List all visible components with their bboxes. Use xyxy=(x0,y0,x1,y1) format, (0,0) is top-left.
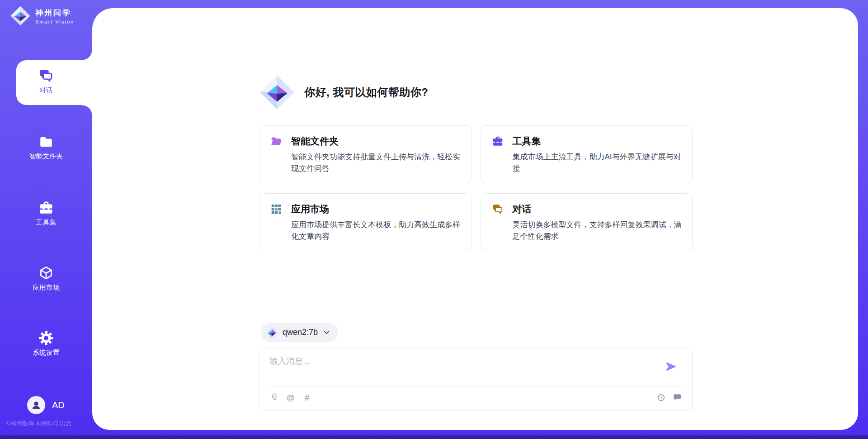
brand-name: 神州问学 xyxy=(35,8,74,18)
card-description: 应用市场提供丰富长文本模板，助力高效生成多样化文章内容 xyxy=(291,219,462,243)
card-app-market[interactable]: 应用市场 应用市场提供丰富长文本模板，助力高效生成多样化文章内容 xyxy=(259,193,472,251)
grid-icon xyxy=(270,203,282,215)
model-diamond-icon xyxy=(266,327,278,339)
briefcase-icon xyxy=(492,135,504,147)
user-account[interactable]: AD xyxy=(27,396,65,414)
folder-icon xyxy=(38,134,54,149)
card-description: 智能文件夹功能支持批量文件上传与清洗，轻松实现文件问答 xyxy=(291,151,462,175)
card-description: 集成市场上主流工具，助力AI与外界无缝扩展与对接 xyxy=(513,151,684,175)
bottom-strip xyxy=(0,435,868,439)
gear-icon xyxy=(38,330,54,346)
feature-cards: 智能文件夹 智能文件夹功能支持批量文件上传与清洗，轻松实现文件问答 工具集 集成… xyxy=(259,125,693,251)
card-title: 工具集 xyxy=(513,135,541,148)
sidebar-item-app-market[interactable]: 应用市场 xyxy=(0,265,92,292)
message-input[interactable] xyxy=(269,355,640,382)
card-title: 智能文件夹 xyxy=(291,135,339,148)
cube-icon xyxy=(38,265,54,281)
briefcase-icon xyxy=(38,200,54,215)
composer-toolbar: @ # xyxy=(269,392,682,402)
send-icon[interactable] xyxy=(665,361,677,372)
card-description: 灵活切换多模型文件，支持多样回复效果调试，满足个性化需求 xyxy=(513,219,684,243)
sidebar-item-toolset[interactable]: 工具集 xyxy=(0,200,92,227)
chat-bubbles-icon xyxy=(38,68,54,83)
avatar xyxy=(27,396,45,414)
card-toolset[interactable]: 工具集 集成市场上主流工具，助力AI与外界无缝扩展与对接 xyxy=(481,125,693,183)
hashtag-icon[interactable]: # xyxy=(302,392,312,402)
card-title: 应用市场 xyxy=(291,203,329,215)
sidebar-item-label: 智能文件夹 xyxy=(29,152,63,161)
chat-bubbles-icon xyxy=(492,203,504,215)
card-title: 对话 xyxy=(513,203,532,215)
brand-tagline: Smart Vision xyxy=(35,19,74,24)
sidebar-item-chat[interactable]: 对话 xyxy=(0,68,92,95)
brand-diamond-icon xyxy=(10,5,31,26)
copyright-footer: ©神州数码·神州问学出品 xyxy=(6,420,71,428)
history-icon[interactable] xyxy=(656,392,666,402)
card-smart-folder[interactable]: 智能文件夹 智能文件夹功能支持批量文件上传与清洗，轻松实现文件问答 xyxy=(259,125,472,183)
composer-divider xyxy=(267,386,685,387)
comment-icon[interactable] xyxy=(672,392,682,402)
folder-open-icon xyxy=(270,135,282,147)
paperclip-icon[interactable] xyxy=(269,392,279,402)
message-composer: @ # xyxy=(259,348,693,411)
brand-logo: 神州问学 Smart Vision xyxy=(10,5,74,26)
sidebar-item-label: 系统设置 xyxy=(33,348,60,357)
app-window: 神州问学 Smart Vision 你好, 我可以如何帮助你? xyxy=(0,0,868,439)
tab-fillet-bottom xyxy=(82,105,92,115)
card-chat[interactable]: 对话 灵活切换多模型文件，支持多样回复效果调试，满足个性化需求 xyxy=(481,193,693,251)
model-selector[interactable]: qwen2:7b xyxy=(261,323,338,342)
sidebar-item-label: 对话 xyxy=(39,86,53,95)
tab-fillet-top xyxy=(82,50,92,60)
sidebar-item-label: 应用市场 xyxy=(33,283,60,292)
person-icon xyxy=(30,399,42,411)
mention-icon[interactable]: @ xyxy=(286,392,296,402)
sidebar-item-smart-folder[interactable]: 智能文件夹 xyxy=(0,134,92,161)
sidebar-item-label: 工具集 xyxy=(36,218,57,227)
sidebar-item-settings[interactable]: 系统设置 xyxy=(0,330,92,357)
user-name: AD xyxy=(52,400,65,410)
chevron-down-icon xyxy=(322,328,331,337)
model-name: qwen2:7b xyxy=(283,328,318,337)
main-panel: 你好, 我可以如何帮助你? 智能文件夹 智能文件夹功能支持批量文件上传与清洗，轻… xyxy=(92,8,858,430)
greeting-section: 你好, 我可以如何帮助你? xyxy=(259,74,429,110)
assistant-diamond-icon xyxy=(259,74,295,110)
greeting-title: 你好, 我可以如何帮助你? xyxy=(304,85,429,100)
